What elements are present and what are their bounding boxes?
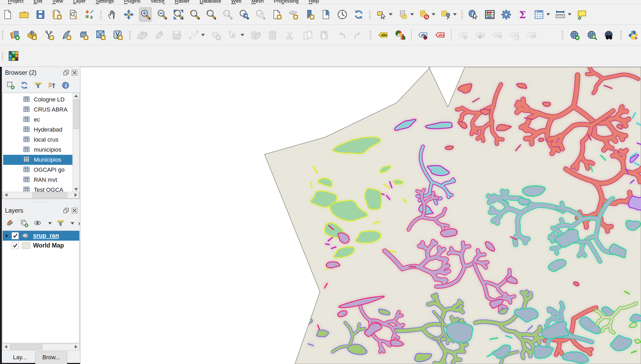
- refresh-browser-button[interactable]: [19, 80, 29, 91]
- open-layer-styling-button[interactable]: [6, 218, 16, 228]
- zoom-to-layer-button[interactable]: [205, 8, 217, 21]
- manage-map-themes-button[interactable]: [33, 218, 43, 228]
- toggle-unplaced-labels-button[interactable]: abc: [434, 28, 446, 42]
- toolbar-grip[interactable]: [620, 30, 622, 40]
- scroll-right-icon[interactable]: [73, 344, 79, 350]
- menu-edit[interactable]: Edit: [34, 0, 42, 4]
- highlight-pinned-labels-button[interactable]: ab: [417, 28, 429, 42]
- add-group-button[interactable]: [19, 218, 29, 228]
- layers-horizontal-scrollbar[interactable]: [2, 344, 80, 351]
- show-spatial-bookmarks-button[interactable]: [320, 8, 332, 21]
- new-gpx-layer-button[interactable]: [112, 28, 124, 42]
- toolbar-grip[interactable]: [370, 30, 372, 40]
- browser-item-municipios[interactable]: municipios: [3, 145, 72, 155]
- scroll-thumb[interactable]: [10, 344, 42, 350]
- show-layout-manager-button[interactable]: [67, 8, 79, 21]
- menu-settings[interactable]: Settings: [96, 0, 114, 4]
- menu-project[interactable]: Project: [8, 0, 24, 4]
- manage-map-themes-dropdown-icon[interactable]: [48, 222, 52, 225]
- filter-legend-button[interactable]: [56, 218, 66, 228]
- layer-checkbox[interactable]: [12, 232, 19, 239]
- scroll-left-icon[interactable]: [3, 344, 9, 350]
- new-print-layout-button[interactable]: [51, 8, 63, 21]
- toolbar-grip[interactable]: [129, 30, 131, 40]
- scroll-right-icon[interactable]: [73, 192, 79, 198]
- browser-tree[interactable]: Cologne LDCRUS ABRAecHyderabadlocal crus…: [2, 93, 80, 199]
- open-project-button[interactable]: [18, 8, 30, 21]
- menu-vector[interactable]: Vector: [150, 0, 165, 4]
- browser-item-ogcapi-go[interactable]: OGCAPI go: [3, 165, 72, 175]
- menu-processing[interactable]: Processing: [274, 0, 299, 4]
- menu-database[interactable]: Database: [200, 0, 221, 4]
- new-map-view-button[interactable]: [271, 8, 283, 21]
- menu-raster[interactable]: Raster: [175, 0, 190, 4]
- menu-help[interactable]: Help: [309, 0, 319, 4]
- deselect-features-dropdown-icon[interactable]: [432, 13, 435, 16]
- metasearch-button[interactable]: [586, 28, 598, 42]
- zoom-full-button[interactable]: [172, 8, 185, 21]
- browser-item-crus-abra[interactable]: CRUS ABRA: [3, 105, 72, 115]
- add-selected-layers-button[interactable]: [6, 80, 16, 91]
- new-shapefile-layer-button[interactable]: [43, 28, 55, 42]
- select-features-button[interactable]: [375, 8, 388, 21]
- refresh-button[interactable]: [353, 8, 365, 21]
- vertex-tool-dropdown-icon[interactable]: [241, 34, 244, 36]
- menu-web[interactable]: Web: [231, 0, 242, 4]
- pan-map-button[interactable]: [106, 8, 118, 21]
- open-attribute-table-dropdown-icon[interactable]: [546, 13, 550, 16]
- filter-browser-button[interactable]: [33, 80, 43, 91]
- sld4raster-button[interactable]: SLD: [7, 49, 20, 63]
- scroll-up-icon[interactable]: [73, 93, 79, 99]
- properties-widget-button[interactable]: i: [61, 80, 71, 91]
- menu-view[interactable]: View: [52, 0, 63, 4]
- select-features-by-value-button[interactable]: [397, 8, 409, 21]
- browser-item-ran-mvt[interactable]: RAN mvt: [3, 175, 72, 185]
- browser-item-municipios[interactable]: Municipios: [3, 155, 72, 165]
- open-data-source-manager-button[interactable]: [9, 28, 21, 42]
- browser-item-ec[interactable]: ec: [3, 115, 72, 125]
- browser-vertical-scrollbar[interactable]: [73, 93, 79, 192]
- add-web-service-button[interactable]: [569, 28, 581, 42]
- browser-item-cologne-ld[interactable]: Cologne LD: [3, 95, 72, 105]
- processing-toolbox-button[interactable]: [500, 8, 512, 21]
- menu-plugins[interactable]: Plugins: [124, 0, 140, 4]
- new-project-button[interactable]: [2, 8, 14, 21]
- menu-layer[interactable]: Layer: [73, 0, 86, 4]
- python-console-button[interactable]: [627, 28, 639, 42]
- layers-close-button[interactable]: [71, 207, 78, 214]
- measure-line-dropdown-icon[interactable]: [568, 13, 571, 16]
- browser-item-hyderabad[interactable]: Hyderabad: [3, 125, 72, 135]
- pan-to-selection-button[interactable]: [123, 8, 135, 21]
- layer-row-srup-ran[interactable]: srup_ran: [3, 231, 79, 241]
- digitize-with-segment-dropdown-icon[interactable]: [201, 34, 205, 36]
- layers-tree[interactable]: srup_ranWorld Map: [2, 231, 80, 343]
- layer-checkbox[interactable]: [12, 242, 19, 249]
- style-manager-button[interactable]: a: [84, 8, 96, 21]
- map-tips-button[interactable]: [576, 8, 588, 21]
- map-canvas[interactable]: [80, 67, 641, 364]
- toolbar-grip[interactable]: [461, 10, 463, 20]
- save-project-button[interactable]: [34, 8, 47, 21]
- new-geopackage-layer-button[interactable]: [26, 28, 38, 42]
- layer-diagram-options-button[interactable]: [394, 28, 406, 42]
- toolbar-grip[interactable]: [100, 10, 102, 20]
- toolbar-grip[interactable]: [369, 10, 371, 20]
- measure-line-button[interactable]: [554, 8, 566, 21]
- select-features-dropdown-icon[interactable]: [389, 13, 393, 16]
- browser-horizontal-scrollbar[interactable]: [3, 192, 79, 199]
- new-virtual-layer-button[interactable]: [77, 28, 90, 42]
- new-mesh-layer-button[interactable]: [95, 28, 107, 42]
- expand-icon[interactable]: [5, 234, 9, 238]
- select-by-location-dropdown-icon[interactable]: [453, 13, 457, 16]
- layers-float-button[interactable]: [63, 207, 70, 214]
- new-spatial-bookmark-button[interactable]: [303, 8, 316, 21]
- scroll-down-icon[interactable]: [73, 186, 79, 192]
- new-3d-map-view-button[interactable]: [287, 8, 299, 21]
- toolbar-grip[interactable]: [2, 51, 4, 61]
- scroll-left-icon[interactable]: [3, 192, 9, 198]
- tab-browser[interactable]: Brow...: [35, 352, 67, 364]
- collapse-all-button[interactable]: [47, 80, 57, 91]
- select-features-by-value-dropdown-icon[interactable]: [410, 13, 414, 16]
- open-attribute-table-button[interactable]: [533, 8, 545, 21]
- tab-layers[interactable]: Lay...: [6, 352, 34, 364]
